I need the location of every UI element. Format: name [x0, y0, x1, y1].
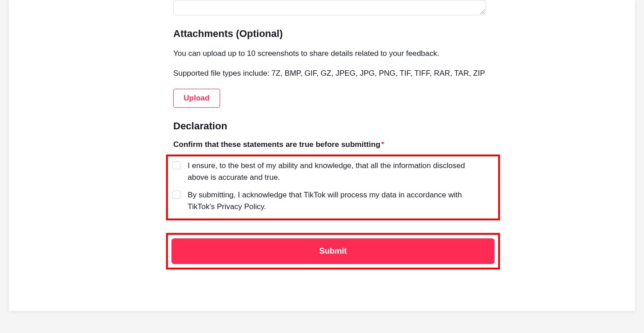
attachments-heading: Attachments (Optional): [173, 28, 488, 40]
attachments-help-1: You can upload up to 10 screenshots to s…: [173, 48, 488, 59]
submit-button[interactable]: Submit: [171, 238, 495, 264]
upload-button[interactable]: Upload: [173, 89, 220, 108]
form-content: Attachments (Optional) You can upload up…: [173, 0, 488, 269]
required-asterisk: *: [381, 140, 384, 149]
declaration-heading: Declaration: [173, 120, 488, 132]
checkbox-accuracy-label: I ensure, to the best of my ability and …: [188, 160, 476, 183]
declaration-highlight-box: I ensure, to the best of my ability and …: [166, 155, 500, 220]
svg-line-2: [484, 13, 485, 14]
form-card: Attachments (Optional) You can upload up…: [9, 0, 635, 311]
checkbox-accuracy[interactable]: [172, 161, 180, 169]
checkbox-privacy-label: By submitting, I acknowledge that TikTok…: [188, 189, 476, 212]
checkbox-row-privacy: By submitting, I acknowledge that TikTok…: [172, 189, 494, 212]
attachments-help-2: Supported file types include: 7Z, BMP, G…: [173, 68, 488, 79]
confirm-statements-label: Confirm that these statements are true b…: [173, 140, 488, 149]
confirm-text: Confirm that these statements are true b…: [173, 140, 380, 149]
submit-highlight-box: Submit: [166, 233, 500, 269]
checkbox-row-accuracy: I ensure, to the best of my ability and …: [172, 160, 494, 183]
checkbox-privacy[interactable]: [172, 191, 180, 199]
feedback-textarea[interactable]: [173, 0, 486, 15]
resize-handle-icon: [480, 9, 485, 14]
